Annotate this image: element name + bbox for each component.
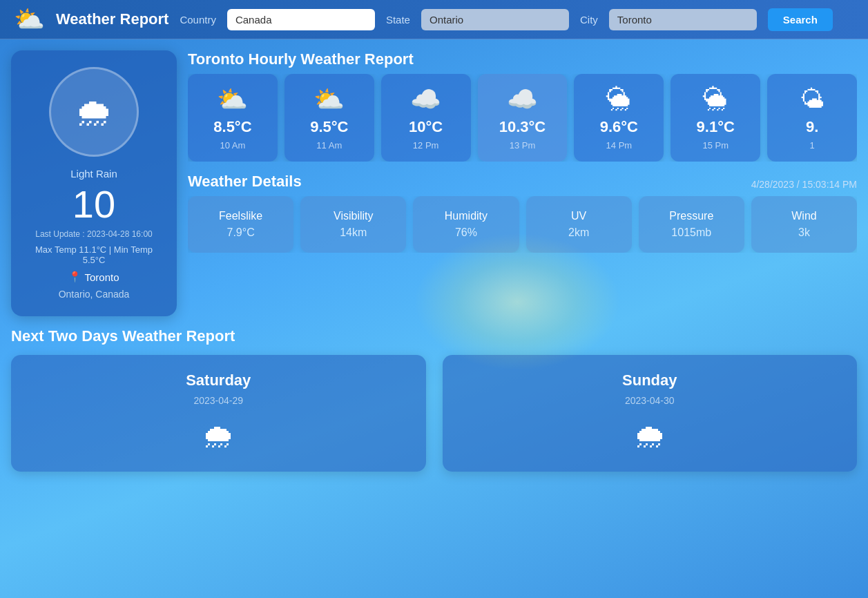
hourly-temp: 9.6°C [600, 118, 638, 136]
details-row: Feelslike 7.9°C Visibility 14km Humidity… [188, 196, 857, 253]
hourly-temp: 9.1°C [697, 118, 735, 136]
hourly-weather-icon: 🌦 [606, 85, 631, 114]
city-location: 📍 Toronto [68, 271, 119, 283]
detail-value: 3k [798, 226, 810, 239]
detail-card: UV 2km [526, 196, 632, 253]
hourly-card: 🌦 9.1°C 15 Pm [671, 74, 760, 162]
last-update: Last Update : 2023-04-28 16:00 [35, 229, 152, 239]
hourly-temp: 8.5°C [213, 118, 251, 136]
hourly-weather-icon: ⛅ [217, 85, 248, 114]
day-date: 2023-04-29 [193, 395, 243, 406]
header: ⛅ Weather Report Country State City Sear… [0, 0, 868, 39]
hourly-weather-icon: ☁️ [410, 85, 441, 114]
state-label: State [386, 14, 410, 26]
hourly-temp: 10°C [409, 118, 443, 136]
right-section: Toronto Hourly Weather Report ⛅ 8.5°C 10… [188, 50, 857, 316]
hourly-card: ☁️ 10.3°C 13 Pm [478, 74, 568, 162]
location-pin-icon: 📍 [68, 271, 81, 283]
detail-value: 14km [340, 226, 367, 239]
detail-label: Pressure [669, 210, 713, 222]
day-date: 2023-04-30 [625, 395, 675, 406]
hourly-weather-icon: 🌤 [800, 85, 824, 114]
details-header: Weather Details 4/28/2023 / 15:03:14 PM [188, 173, 857, 196]
app-title: Weather Report [56, 10, 168, 28]
condition-label: Light Rain [70, 168, 117, 180]
hourly-card: 🌦 9.6°C 14 Pm [574, 74, 664, 162]
detail-card: Visibility 14km [300, 196, 406, 253]
day-weather-icon: 🌧 [633, 417, 666, 455]
hourly-time: 13 Pm [510, 140, 536, 151]
city-input[interactable] [609, 9, 757, 30]
hourly-card: ☁️ 10°C 12 Pm [381, 74, 471, 162]
temp-range: Max Temp 11.1°C | Min Temp 5.5°C [25, 244, 163, 265]
hourly-card: ⛅ 9.5°C 11 Am [284, 74, 374, 162]
hourly-weather-icon: ☁️ [507, 85, 538, 114]
hourly-row: ⛅ 8.5°C 10 Am ⛅ 9.5°C 11 Am ☁️ 10°C 12 P… [188, 74, 857, 162]
days-row: Saturday 2023-04-29 🌧 Sunday 2023-04-30 … [11, 355, 857, 472]
hourly-time: 1 [809, 140, 814, 151]
hourly-card: 🌤 9. 1 [767, 74, 857, 162]
detail-card: Pressure 1015mb [639, 196, 744, 253]
forecast-title: Next Two Days Weather Report [11, 327, 857, 345]
day-weather-icon: 🌧 [202, 417, 235, 455]
condition-icon: 🌧 [75, 90, 113, 135]
hourly-card: ⛅ 8.5°C 10 Am [188, 74, 278, 162]
detail-value: 7.9°C [226, 226, 254, 239]
details-section: Weather Details 4/28/2023 / 15:03:14 PM … [188, 173, 857, 253]
state-input[interactable] [421, 9, 569, 30]
country-label: Country [180, 14, 216, 26]
hourly-title: Toronto Hourly Weather Report [188, 50, 857, 68]
hourly-weather-icon: ⛅ [314, 85, 345, 114]
main-content: 🌧 Light Rain 10 Last Update : 2023-04-28… [0, 39, 868, 327]
detail-label: Visibility [334, 210, 374, 222]
hourly-time: 12 Pm [413, 140, 439, 151]
hourly-section: Toronto Hourly Weather Report ⛅ 8.5°C 10… [188, 50, 857, 162]
details-title: Weather Details [188, 173, 302, 191]
hourly-weather-icon: 🌦 [703, 85, 728, 114]
day-forecast-card: Saturday 2023-04-29 🌧 [11, 355, 426, 472]
day-name: Sunday [622, 372, 677, 389]
day-forecast-card: Sunday 2023-04-30 🌧 [443, 355, 858, 472]
detail-card: Humidity 76% [413, 196, 519, 253]
detail-label: Wind [791, 210, 816, 222]
detail-value: 1015mb [671, 226, 711, 239]
state-country: Ontario, Canada [59, 289, 130, 300]
detail-card: Wind 3k [751, 196, 857, 253]
app-logo: ⛅ [14, 7, 45, 32]
hourly-temp: 9. [806, 118, 818, 136]
hourly-temp: 10.3°C [499, 118, 546, 136]
details-datetime: 4/28/2023 / 15:03:14 PM [751, 179, 857, 190]
current-temperature: 10 [73, 185, 115, 224]
hourly-time: 14 Pm [606, 140, 633, 151]
city-label: City [580, 14, 598, 26]
day-name: Saturday [186, 372, 251, 389]
detail-card: Feelslike 7.9°C [188, 196, 293, 253]
detail-label: Humidity [445, 210, 488, 222]
city-name: Toronto [84, 271, 119, 283]
search-button[interactable]: Search [768, 8, 833, 31]
weather-icon-circle: 🌧 [49, 67, 139, 157]
forecast-section: Next Two Days Weather Report Saturday 20… [0, 327, 868, 485]
hourly-time: 11 Am [316, 140, 342, 151]
country-input[interactable] [227, 9, 375, 30]
detail-value: 76% [455, 226, 477, 239]
detail-label: Feelslike [219, 210, 262, 222]
hourly-time: 10 Am [220, 140, 246, 151]
hourly-time: 15 Pm [702, 140, 729, 151]
hourly-temp: 9.5°C [310, 118, 348, 136]
detail-label: UV [571, 210, 586, 222]
detail-value: 2km [568, 226, 589, 239]
current-weather-card: 🌧 Light Rain 10 Last Update : 2023-04-28… [11, 50, 177, 316]
